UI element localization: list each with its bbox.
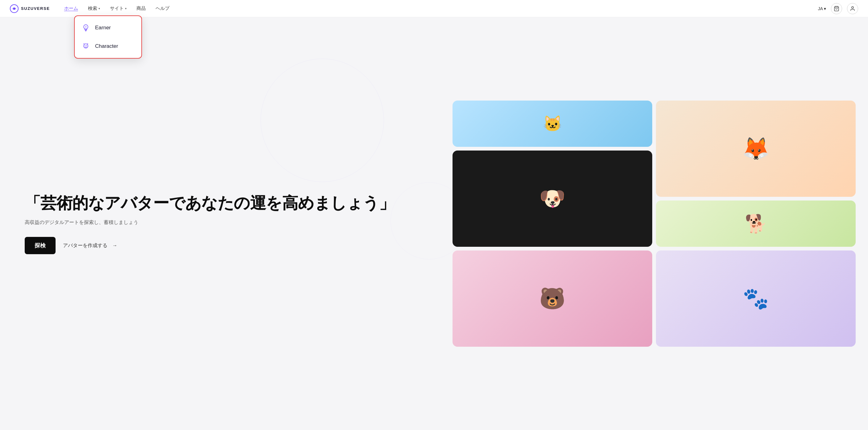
navbar: SUZUVERSE ホーム 検索 ▾ サイト ▾ 商品 ヘルプ JA ▾ (0, 0, 868, 17)
dropdown-item-earner[interactable]: Earner (75, 19, 142, 37)
char-avatar-6: 🐾 (743, 286, 769, 311)
hero-section: 「芸術的なアバターであなたの運を高めましょう」 高収益のデジタルアートを探索し、… (0, 17, 868, 430)
char-avatar-5: 🐻 (539, 286, 565, 311)
character-grid: 🐱 🦊 🐶 🐕 🐻 🐾 (453, 94, 868, 353)
create-avatar-button[interactable]: アバターを作成する → (63, 242, 117, 249)
svg-point-1 (13, 8, 15, 9)
character-card-1[interactable]: 🐱 (453, 101, 652, 147)
hero-buttons: 探検 アバターを作成する → (25, 237, 428, 254)
char-avatar-1: 🐱 (543, 115, 562, 133)
character-card-2[interactable]: 🦊 (656, 101, 856, 197)
svg-point-7 (85, 45, 85, 46)
svg-point-8 (86, 45, 87, 46)
logo-link[interactable]: SUZUVERSE (10, 4, 50, 13)
logo-icon (10, 4, 19, 13)
explore-button[interactable]: 探検 (25, 237, 56, 254)
nav-item-products[interactable]: 商品 (132, 4, 150, 13)
svg-point-3 (851, 6, 854, 8)
char-avatar-2: 🦊 (742, 136, 770, 162)
dropdown-item-character[interactable]: Character (75, 37, 142, 56)
nav-items: ホーム 検索 ▾ サイト ▾ 商品 ヘルプ (60, 4, 818, 13)
deco-circle-1 (260, 59, 384, 182)
character-label: Character (95, 43, 118, 49)
character-card-3[interactable]: 🐶 (453, 151, 652, 247)
char-avatar-4: 🐕 (745, 213, 767, 234)
search-dropdown: Earner Character (74, 15, 142, 59)
nav-item-help[interactable]: ヘルプ (151, 4, 174, 13)
cart-button[interactable] (831, 3, 842, 14)
chevron-down-icon: ▾ (98, 7, 100, 10)
earner-icon (81, 23, 91, 33)
dropdown-box: Earner Character (74, 15, 142, 59)
nav-item-home[interactable]: ホーム (60, 4, 83, 13)
language-selector[interactable]: JA ▾ (818, 6, 826, 11)
character-card-4[interactable]: 🐕 (656, 200, 856, 247)
svg-point-5 (85, 26, 87, 28)
character-icon (81, 41, 91, 51)
hero-content: 「芸術的なアバターであなたの運を高めましょう」 高収益のデジタルアートを探索し、… (0, 174, 453, 273)
character-card-5[interactable]: 🐻 (453, 251, 652, 347)
char-avatar-3: 🐶 (539, 186, 565, 211)
logo-text: SUZUVERSE (21, 6, 50, 11)
user-button[interactable] (847, 3, 858, 14)
earner-label: Earner (95, 25, 111, 31)
nav-item-search[interactable]: 検索 ▾ (84, 4, 104, 13)
character-card-6[interactable]: 🐾 (656, 251, 856, 347)
hero-subtitle: 高収益のデジタルアートを探索し、蓄積しましょう (25, 219, 428, 226)
hero-title: 「芸術的なアバターであなたの運を高めましょう」 (25, 193, 428, 213)
chevron-down-icon: ▾ (125, 7, 127, 10)
chevron-down-icon: ▾ (824, 6, 826, 11)
nav-right: JA ▾ (818, 3, 858, 14)
nav-item-site[interactable]: サイト ▾ (105, 4, 131, 13)
